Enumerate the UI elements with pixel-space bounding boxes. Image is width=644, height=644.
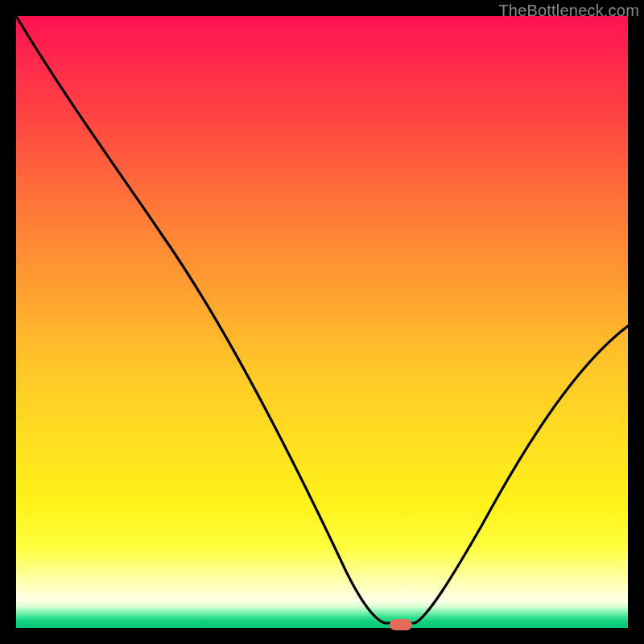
chart-container: TheBottleneck.com bbox=[0, 0, 644, 644]
curve-layer bbox=[16, 16, 628, 628]
plot-area bbox=[16, 16, 628, 628]
bottleneck-curve bbox=[16, 16, 628, 623]
optimal-marker bbox=[390, 619, 412, 630]
